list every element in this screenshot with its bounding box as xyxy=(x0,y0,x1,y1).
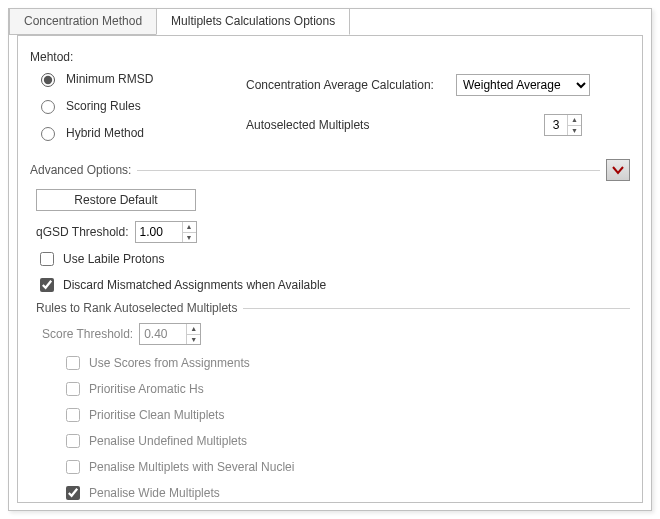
tab-label: Concentration Method xyxy=(24,14,142,28)
penalise-undefined-input[interactable] xyxy=(66,434,80,448)
checkbox-label: Penalise Wide Multiplets xyxy=(89,486,220,500)
collapse-button[interactable] xyxy=(606,159,630,181)
use-labile-input[interactable] xyxy=(40,252,54,266)
spin-up-icon[interactable]: ▲ xyxy=(187,324,200,335)
qgsd-threshold-input[interactable] xyxy=(136,222,182,242)
score-threshold-input[interactable] xyxy=(140,324,186,344)
tab-body: Mehtod: Minimum RMSD Scoring Rules Hybri… xyxy=(17,35,643,503)
discard-mismatch-checkbox[interactable]: Discard Mismatched Assignments when Avai… xyxy=(36,275,630,295)
radio-scoring-rules[interactable]: Scoring Rules xyxy=(36,97,246,114)
restore-default-button[interactable]: Restore Default xyxy=(36,189,196,211)
spin-down-icon[interactable]: ▼ xyxy=(187,335,200,345)
tab-strip: Concentration Method Multiplets Calculat… xyxy=(9,8,651,35)
use-scores-checkbox[interactable]: Use Scores from Assignments xyxy=(62,353,630,373)
score-threshold-spin[interactable]: ▲ ▼ xyxy=(139,323,201,345)
radio-scoring-rules-input[interactable] xyxy=(41,100,55,114)
penalise-several-input[interactable] xyxy=(66,460,80,474)
autoselect-input[interactable] xyxy=(545,115,567,135)
divider xyxy=(137,170,600,171)
spin-up-icon[interactable]: ▲ xyxy=(568,115,581,126)
use-scores-input[interactable] xyxy=(66,356,80,370)
divider xyxy=(243,308,630,309)
penalise-undefined-checkbox[interactable]: Penalise Undefined Multiplets xyxy=(62,431,630,451)
spin-down-icon[interactable]: ▼ xyxy=(568,126,581,136)
qgsd-threshold-label: qGSD Threshold: xyxy=(36,225,129,239)
chevron-down-icon xyxy=(612,165,624,175)
checkbox-label: Use Labile Protons xyxy=(63,252,164,266)
prioritise-aromatic-checkbox[interactable]: Prioritise Aromatic Hs xyxy=(62,379,630,399)
checkbox-label: Prioritise Clean Multiplets xyxy=(89,408,224,422)
method-label: Mehtod: xyxy=(30,50,630,64)
prioritise-clean-input[interactable] xyxy=(66,408,80,422)
prioritise-clean-checkbox[interactable]: Prioritise Clean Multiplets xyxy=(62,405,630,425)
radio-label: Scoring Rules xyxy=(66,99,141,113)
checkbox-label: Use Scores from Assignments xyxy=(89,356,250,370)
prioritise-aromatic-input[interactable] xyxy=(66,382,80,396)
qgsd-threshold-spin[interactable]: ▲ ▼ xyxy=(135,221,197,243)
tab-concentration-method[interactable]: Concentration Method xyxy=(9,8,157,35)
radio-min-rmsd-input[interactable] xyxy=(41,73,55,87)
settings-panel: Concentration Method Multiplets Calculat… xyxy=(8,8,652,511)
conc-avg-label: Concentration Average Calculation: xyxy=(246,78,456,92)
radio-min-rmsd[interactable]: Minimum RMSD xyxy=(36,70,246,87)
checkbox-label: Prioritise Aromatic Hs xyxy=(89,382,204,396)
button-label: Restore Default xyxy=(74,193,157,207)
penalise-wide-input[interactable] xyxy=(66,486,80,500)
tab-multiplets-calc[interactable]: Multiplets Calculations Options xyxy=(156,8,350,35)
checkbox-label: Penalise Multiplets with Several Nuclei xyxy=(89,460,294,474)
autoselect-label: Autoselected Multiplets xyxy=(246,118,456,132)
radio-label: Minimum RMSD xyxy=(66,72,153,86)
checkbox-label: Discard Mismatched Assignments when Avai… xyxy=(63,278,326,292)
advanced-options-label: Advanced Options: xyxy=(30,163,137,177)
penalise-several-checkbox[interactable]: Penalise Multiplets with Several Nuclei xyxy=(62,457,630,477)
use-labile-checkbox[interactable]: Use Labile Protons xyxy=(36,249,630,269)
spin-up-icon[interactable]: ▲ xyxy=(183,222,196,233)
rules-title: Rules to Rank Autoselected Multiplets xyxy=(36,301,243,315)
discard-mismatch-input[interactable] xyxy=(40,278,54,292)
checkbox-label: Penalise Undefined Multiplets xyxy=(89,434,247,448)
tab-label: Multiplets Calculations Options xyxy=(171,14,335,28)
penalise-wide-checkbox[interactable]: Penalise Wide Multiplets xyxy=(62,483,630,503)
autoselect-spin[interactable]: ▲ ▼ xyxy=(544,114,582,136)
radio-hybrid[interactable]: Hybrid Method xyxy=(36,124,246,141)
score-threshold-label: Score Threshold: xyxy=(42,327,133,341)
spin-down-icon[interactable]: ▼ xyxy=(183,233,196,243)
radio-hybrid-input[interactable] xyxy=(41,127,55,141)
radio-label: Hybrid Method xyxy=(66,126,144,140)
conc-avg-select[interactable]: Weighted Average xyxy=(456,74,590,96)
